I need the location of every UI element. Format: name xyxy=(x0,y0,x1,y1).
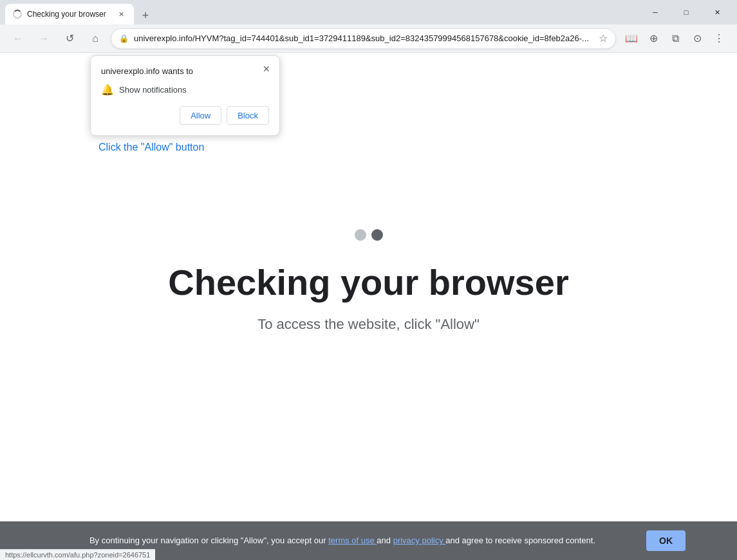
spinner-dots xyxy=(355,229,383,241)
popup-close-button[interactable]: ✕ xyxy=(260,62,273,75)
reading-mode-button[interactable]: 📖 xyxy=(621,28,642,49)
browser-window: Checking your browser ✕ + ─ □ ✕ ← → ↺ ⌂ … xyxy=(0,0,737,560)
privacy-policy-link[interactable]: privacy policy xyxy=(393,536,446,545)
tab-area: Checking your browser ✕ + xyxy=(5,0,638,24)
block-button[interactable]: Block xyxy=(227,106,269,125)
nav-right-icons: 📖 ⊕ ⧉ ⊙ ⋮ xyxy=(621,28,729,49)
consent-ok-button[interactable]: OK xyxy=(646,530,686,551)
allow-button[interactable]: Allow xyxy=(180,106,221,125)
page-content: ✕ univerexplo.info wants to 🔔 Show notif… xyxy=(0,53,737,560)
home-button[interactable]: ⌂ xyxy=(85,28,106,49)
forward-button[interactable]: → xyxy=(33,28,54,49)
consent-text-before: By continuing your navigation or clickin… xyxy=(89,536,328,545)
navigation-bar: ← → ↺ ⌂ 🔒 univerexplo.info/HYVM?tag_id=7… xyxy=(0,24,737,53)
active-tab[interactable]: Checking your browser ✕ xyxy=(5,4,134,24)
status-url: https://ellcurvth.com/afu.php?zoneid=264… xyxy=(5,551,150,559)
back-button[interactable]: ← xyxy=(8,28,28,49)
maximize-button[interactable]: □ xyxy=(671,2,701,23)
close-button[interactable]: ✕ xyxy=(702,2,732,23)
title-bar: Checking your browser ✕ + ─ □ ✕ xyxy=(0,0,737,24)
status-bar: https://ellcurvth.com/afu.php?zoneid=264… xyxy=(0,549,155,560)
popup-buttons: Allow Block xyxy=(101,106,269,125)
consent-text: By continuing your navigation or clickin… xyxy=(51,534,633,547)
collections-button[interactable]: ⧉ xyxy=(665,28,686,49)
notification-popup: ✕ univerexplo.info wants to 🔔 Show notif… xyxy=(90,55,280,136)
new-tab-button[interactable]: + xyxy=(136,6,154,24)
window-controls: ─ □ ✕ xyxy=(640,2,732,23)
profile-button[interactable]: ⊙ xyxy=(687,28,707,49)
refresh-button[interactable]: ↺ xyxy=(59,28,80,49)
bookmark-icon[interactable]: ☆ xyxy=(599,32,608,44)
extensions-button[interactable]: ⊕ xyxy=(643,28,664,49)
minimize-button[interactable]: ─ xyxy=(640,2,670,23)
main-title: Checking your browser xyxy=(168,261,568,303)
address-bar[interactable]: 🔒 univerexplo.info/HYVM?tag_id=744401&su… xyxy=(111,28,616,49)
popup-permission-row: 🔔 Show notifications xyxy=(101,84,269,96)
bell-icon: 🔔 xyxy=(101,84,114,96)
spinner-dot-2 xyxy=(371,229,383,241)
popup-title: univerexplo.info wants to xyxy=(101,66,269,76)
lock-icon: 🔒 xyxy=(119,34,129,43)
main-subtitle: To access the website, click "Allow" xyxy=(257,316,480,333)
tab-title: Checking your browser xyxy=(27,10,111,19)
spinner-dot-1 xyxy=(355,229,366,241)
consent-text-after: and agree to receive sponsored content. xyxy=(445,536,595,545)
menu-button[interactable]: ⋮ xyxy=(709,28,729,49)
popup-permission-text: Show notifications xyxy=(119,85,187,95)
consent-text-and: and xyxy=(377,536,393,545)
tab-close-button[interactable]: ✕ xyxy=(116,9,126,19)
url-text: univerexplo.info/HYVM?tag_id=744401&sub_… xyxy=(134,33,593,43)
tab-spinner xyxy=(13,10,22,19)
terms-of-use-link[interactable]: terms of use xyxy=(328,536,377,545)
